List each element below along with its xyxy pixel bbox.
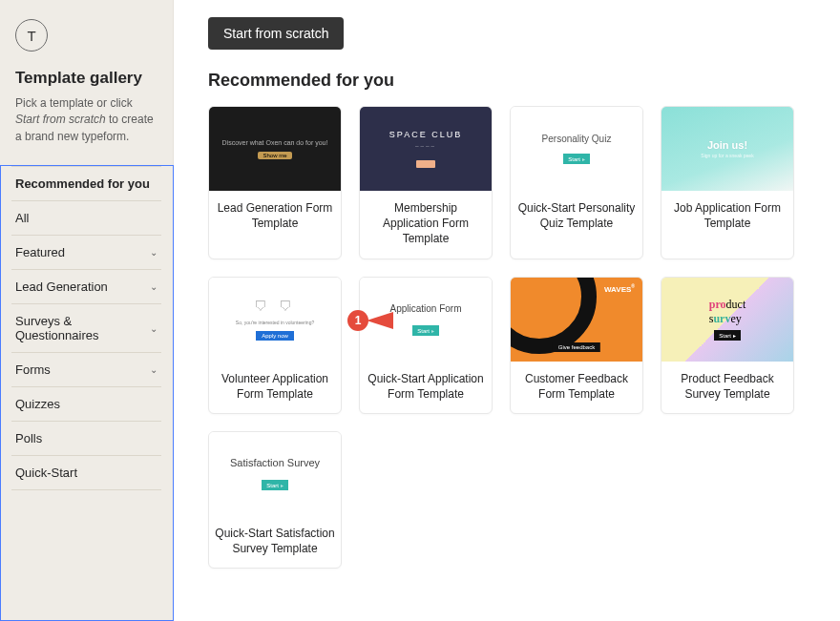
template-card[interactable]: SPACE CLUB────Membership Application For… [359, 106, 493, 259]
sidebar-item-label: Lead Generation [15, 279, 108, 294]
template-card[interactable]: ⛉ ⛉So, you're interested in volunteering… [208, 277, 342, 414]
template-card[interactable]: Satisfaction SurveyStart ▸Quick-Start Sa… [208, 431, 342, 569]
sidebar-item-surveys-questionnaires[interactable]: Surveys & Questionnaires⌄ [11, 304, 161, 353]
sidebar-item-featured[interactable]: Featured⌄ [11, 236, 161, 270]
sidebar-item-all[interactable]: All [11, 201, 161, 236]
template-thumbnail: Application FormStart ▸ [360, 278, 492, 362]
template-card-title: Product Feedback Survey Template [662, 362, 793, 413]
template-card-title: Quick-Start Personality Quiz Template [511, 191, 642, 242]
template-thumbnail: Join us!Sign up for a sneak peek [662, 107, 793, 191]
sidebar-item-label: Surveys & Questionnaires [15, 314, 150, 342]
sidebar-item-label: All [15, 211, 29, 225]
template-thumbnail: Personality QuizStart ▸ [511, 107, 642, 191]
template-thumbnail: SPACE CLUB──── [360, 107, 492, 191]
chevron-down-icon: ⌄ [150, 281, 158, 292]
category-list: Recommended for youAllFeatured⌄Lead Gene… [11, 166, 161, 490]
template-card-title: Quick-Start Application Form Template [360, 362, 492, 413]
template-thumbnail: WAVES®Give feedback [511, 278, 642, 362]
sidebar-item-label: Polls [15, 431, 42, 445]
template-card-title: Lead Generation Form Template [209, 191, 341, 242]
chevron-down-icon: ⌄ [150, 323, 158, 334]
sidebar-item-polls[interactable]: Polls [11, 422, 161, 456]
template-card[interactable]: Application FormStart ▸Quick-Start Appli… [359, 277, 493, 414]
sidebar-item-label: Recommended for you [15, 176, 150, 191]
avatar[interactable]: T [15, 19, 48, 52]
template-card-title: Quick-Start Satisfaction Survey Template [209, 516, 341, 568]
template-thumbnail: ⛉ ⛉So, you're interested in volunteering… [209, 278, 341, 362]
template-card[interactable]: productsurveyStart ▸Product Feedback Sur… [661, 277, 794, 414]
template-card[interactable]: Personality QuizStart ▸Quick-Start Perso… [510, 106, 643, 259]
template-card-title: Job Application Form Template [662, 191, 793, 242]
sidebar-item-lead-generation[interactable]: Lead Generation⌄ [11, 270, 161, 304]
template-card-title: Membership Application Form Template [360, 191, 492, 259]
sidebar-item-quizzes[interactable]: Quizzes [11, 387, 161, 422]
main-content: Start from scratch Recommended for you D… [174, 0, 840, 621]
sidebar-title: Template gallery [11, 69, 161, 88]
template-card[interactable]: WAVES®Give feedbackCustomer Feedback For… [510, 277, 643, 414]
template-card[interactable]: Join us!Sign up for a sneak peekJob Appl… [661, 106, 794, 259]
template-card-title: Volunteer Application Form Template [209, 362, 341, 413]
sidebar: T Template gallery Pick a template or cl… [0, 0, 174, 621]
start-from-scratch-button[interactable]: Start from scratch [208, 17, 344, 50]
sidebar-item-label: Quick-Start [15, 466, 77, 480]
sidebar-item-label: Forms [15, 362, 51, 377]
sidebar-item-label: Quizzes [15, 397, 60, 411]
sidebar-description: Pick a template or click Start from scra… [11, 95, 161, 160]
chevron-down-icon: ⌄ [150, 247, 158, 258]
template-card[interactable]: Discover what Oxen can do for you!Show m… [208, 106, 342, 259]
template-card-title: Customer Feedback Form Template [511, 362, 642, 413]
template-grid: Discover what Oxen can do for you!Show m… [208, 106, 829, 569]
template-thumbnail: productsurveyStart ▸ [662, 278, 793, 362]
chevron-down-icon: ⌄ [150, 364, 158, 375]
section-heading: Recommended for you [208, 71, 829, 91]
template-thumbnail: Satisfaction SurveyStart ▸ [209, 432, 341, 516]
sidebar-item-label: Featured [15, 245, 65, 259]
template-thumbnail: Discover what Oxen can do for you!Show m… [209, 107, 341, 191]
sidebar-item-recommended-for-you[interactable]: Recommended for you [11, 166, 161, 201]
sidebar-item-forms[interactable]: Forms⌄ [11, 353, 161, 387]
sidebar-item-quick-start[interactable]: Quick-Start [11, 456, 161, 490]
